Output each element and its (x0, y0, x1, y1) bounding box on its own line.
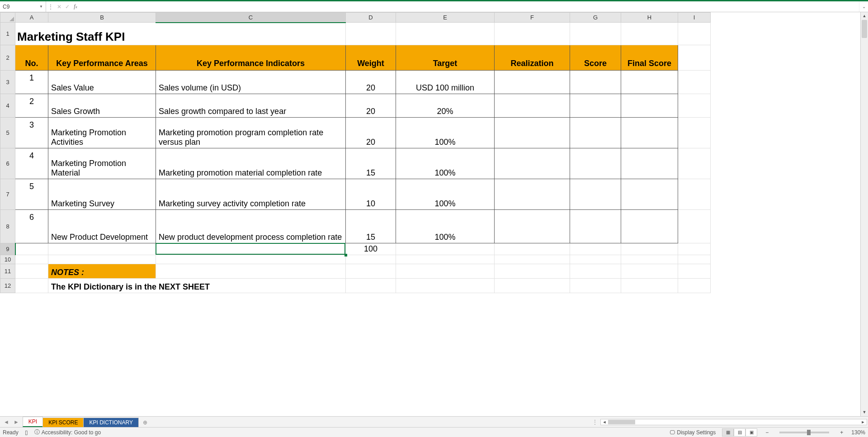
cell-g1[interactable] (570, 23, 621, 45)
cell-realization-7[interactable] (495, 179, 570, 210)
cell-final-score-3[interactable] (621, 71, 678, 94)
row-header-9[interactable]: 9 (0, 243, 15, 255)
header-weight[interactable]: Weight (346, 45, 396, 71)
notes-text[interactable]: The KPI Dictionary is in the NEXT SHEET (48, 279, 346, 293)
cell-i5[interactable] (678, 118, 711, 148)
cell-b9[interactable] (48, 243, 156, 255)
zoom-slider-knob[interactable] (807, 430, 811, 435)
cell-d1[interactable] (346, 23, 396, 45)
row-header-1[interactable]: 1 (0, 23, 15, 45)
cell-e1[interactable] (396, 23, 495, 45)
scroll-right-icon[interactable]: ► (859, 420, 867, 424)
cell-kpa-4[interactable]: Sales Growth (48, 94, 156, 118)
cell-f11[interactable] (495, 264, 570, 279)
cell-weight-7[interactable]: 10 (346, 179, 396, 210)
cell-i2[interactable] (678, 45, 711, 71)
view-page-layout-button[interactable]: ▤ (734, 428, 745, 437)
vertical-scrollbar[interactable]: ▲ ▼ (860, 12, 868, 416)
cell-i9[interactable] (678, 243, 711, 255)
cell-c11[interactable] (156, 264, 346, 279)
cell-h12[interactable] (621, 279, 678, 293)
row-header-11[interactable]: 11 (0, 264, 15, 279)
cancel-formula-icon[interactable]: ✕ (55, 4, 63, 10)
cell-d12[interactable] (346, 279, 396, 293)
tab-nav-prev-icon[interactable]: ◄ (4, 419, 9, 425)
cell-realization-8[interactable] (495, 210, 570, 243)
cell-realization-5[interactable] (495, 118, 570, 148)
cell-realization-6[interactable] (495, 148, 570, 179)
cell-weight-4[interactable]: 20 (346, 94, 396, 118)
cell-c9[interactable] (156, 243, 346, 255)
cell-h1[interactable] (621, 23, 678, 45)
cell-h9[interactable] (621, 243, 678, 255)
zoom-out-button[interactable]: − (764, 429, 770, 436)
column-header-e[interactable]: E (396, 13, 495, 23)
cell-a9[interactable] (15, 243, 48, 255)
tab-kpi-dictionary[interactable]: KPI DICTIONARY (83, 418, 138, 427)
select-all-corner[interactable] (0, 13, 15, 23)
cell-e11[interactable] (396, 264, 495, 279)
column-header-f[interactable]: F (495, 13, 570, 23)
cell-g9[interactable] (570, 243, 621, 255)
cell-kpa-6[interactable]: Marketing Promotion Material (48, 148, 156, 179)
vscroll-track[interactable] (861, 20, 868, 408)
cell-a11[interactable] (15, 264, 48, 279)
cell-kpa-5[interactable]: Marketing Promotion Activities (48, 118, 156, 148)
column-header-d[interactable]: D (346, 13, 396, 23)
cell-c10[interactable] (156, 255, 346, 264)
cell-target-3[interactable]: USD 100 million (396, 71, 495, 94)
cell-kpa-3[interactable]: Sales Value (48, 71, 156, 94)
tab-nav-buttons[interactable]: ◄ ► (0, 417, 23, 427)
row-header-10[interactable]: 10 (0, 255, 15, 264)
cell-final-score-4[interactable] (621, 94, 678, 118)
cell-final-score-8[interactable] (621, 210, 678, 243)
cell-h10[interactable] (621, 255, 678, 264)
vscroll-thumb[interactable] (862, 20, 867, 38)
cell-no-3[interactable]: 1 (15, 71, 48, 94)
cell-score-5[interactable] (570, 118, 621, 148)
cell-target-6[interactable]: 100% (396, 148, 495, 179)
scroll-up-icon[interactable]: ▲ (861, 12, 868, 20)
tab-nav-next-icon[interactable]: ► (14, 419, 19, 425)
cell-d11[interactable] (346, 264, 396, 279)
zoom-level[interactable]: 130% (851, 429, 865, 436)
cell-kpa-7[interactable]: Marketing Survey (48, 179, 156, 210)
macro-record-icon[interactable]: ▯ (25, 429, 28, 436)
cell-total-weight[interactable]: 100 (346, 243, 396, 255)
cell-final-score-7[interactable] (621, 179, 678, 210)
column-header-g[interactable]: G (570, 13, 621, 23)
zoom-slider[interactable] (779, 432, 829, 433)
scroll-left-icon[interactable]: ◄ (601, 420, 608, 424)
cell-target-8[interactable]: 100% (396, 210, 495, 243)
cell-no-8[interactable]: 6 (15, 210, 48, 243)
row-header-8[interactable]: 8 (0, 210, 15, 243)
cell-weight-3[interactable]: 20 (346, 71, 396, 94)
cell-h11[interactable] (621, 264, 678, 279)
row-header-12[interactable]: 12 (0, 279, 15, 293)
cell-e9[interactable] (396, 243, 495, 255)
header-target[interactable]: Target (396, 45, 495, 71)
row-header-6[interactable]: 6 (0, 148, 15, 179)
cell-weight-8[interactable]: 15 (346, 210, 396, 243)
name-box[interactable]: C9 ▼ (0, 1, 46, 12)
cell-kpa-8[interactable]: New Product Development (48, 210, 156, 243)
cell-kpi-7[interactable]: Marketing survey activity completion rat… (156, 179, 346, 210)
header-final-score[interactable]: Final Score (621, 45, 678, 71)
cell-kpi-3[interactable]: Sales volume (in USD) (156, 71, 346, 94)
notes-label[interactable]: NOTES : (48, 264, 156, 279)
formula-input[interactable] (80, 1, 859, 12)
header-kpi[interactable]: Key Performance Indicators (156, 45, 346, 71)
spreadsheet-grid[interactable]: ABCDEFGHI 1Marketing Staff KPI2No.Key Pe… (0, 12, 711, 293)
cell-score-7[interactable] (570, 179, 621, 210)
accept-formula-icon[interactable]: ✓ (63, 4, 71, 10)
cell-i11[interactable] (678, 264, 711, 279)
header-kpa[interactable]: Key Performance Areas (48, 45, 156, 71)
tab-kpi[interactable]: KPI (23, 417, 43, 427)
cell-realization-3[interactable] (495, 71, 570, 94)
column-header-c[interactable]: C (156, 13, 346, 23)
cell-d10[interactable] (346, 255, 396, 264)
cell-b10[interactable] (48, 255, 156, 264)
cell-no-5[interactable]: 3 (15, 118, 48, 148)
name-box-dropdown-icon[interactable]: ▼ (39, 5, 43, 9)
cell-i3[interactable] (678, 71, 711, 94)
